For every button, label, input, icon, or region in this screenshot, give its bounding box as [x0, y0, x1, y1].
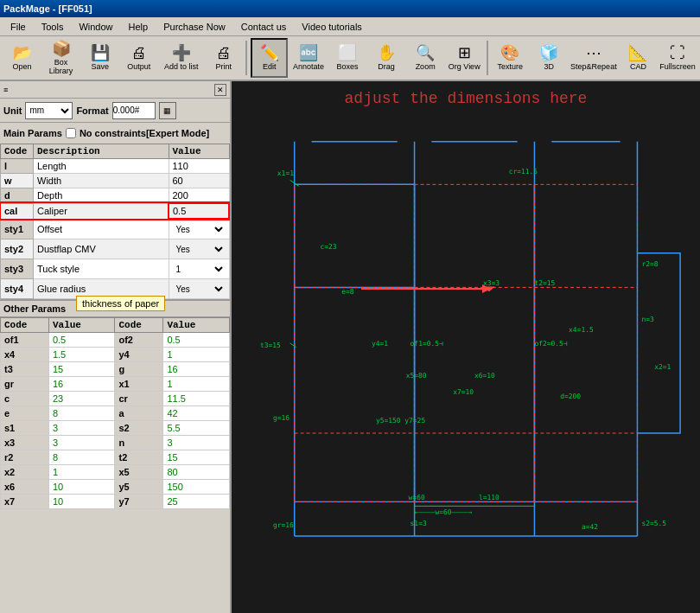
other-value[interactable]: 80: [163, 465, 230, 480]
other-value[interactable]: 16: [163, 362, 230, 377]
param-value[interactable]: [169, 174, 229, 188]
other-value[interactable]: 25: [163, 495, 230, 509]
no-constraints-checkbox[interactable]: [66, 128, 76, 138]
other-value[interactable]: 42: [163, 406, 230, 421]
menu-video[interactable]: Video tutorials: [295, 20, 369, 34]
other-param-row: x710y725: [1, 495, 230, 509]
3d-button[interactable]: 🧊 3D: [531, 38, 568, 78]
other-value[interactable]: 1: [163, 348, 230, 362]
other-value[interactable]: 23: [48, 392, 115, 406]
separator-2: [487, 41, 488, 75]
other-value[interactable]: 10: [48, 495, 115, 509]
svg-text:y4=1: y4=1: [372, 340, 388, 348]
other-value[interactable]: 3: [163, 436, 230, 450]
fullscreen-icon: ⛶: [670, 45, 685, 61]
menu-tools[interactable]: Tools: [35, 20, 71, 34]
print-button[interactable]: 🖨 Print: [205, 38, 242, 78]
other-params-header: Other Params: [0, 299, 230, 317]
separator-1: [245, 41, 247, 75]
param-value-input[interactable]: [173, 206, 225, 216]
svg-text:x4=1.5: x4=1.5: [569, 326, 594, 334]
param-value[interactable]: Yes: [169, 239, 229, 259]
other-value[interactable]: 1: [48, 465, 115, 480]
canvas-area[interactable]: adjust the dimensions here .blue-line { …: [232, 81, 700, 613]
col-header-value: Value: [169, 144, 229, 159]
other-value[interactable]: 3: [48, 436, 115, 450]
param-code: w: [1, 174, 34, 188]
other-value[interactable]: 10: [48, 480, 115, 495]
param-value-select[interactable]: Yes: [173, 241, 226, 257]
zoom-button[interactable]: 🔍 Zoom: [407, 38, 444, 78]
output-button[interactable]: 🖨 Output: [120, 38, 157, 78]
other-code: t2: [115, 450, 163, 465]
other-param-row: c23cr11.5: [1, 392, 230, 406]
param-desc: Length: [34, 159, 169, 174]
other-param-row: x21x580: [1, 465, 230, 480]
menu-contact[interactable]: Contact us: [234, 20, 294, 34]
step-repeat-button[interactable]: ⋯ Step&Repeat: [570, 38, 618, 78]
param-value-select[interactable]: Yes: [173, 281, 226, 297]
cad-button[interactable]: 📐 CAD: [620, 38, 657, 78]
other-value[interactable]: 1: [163, 377, 230, 392]
param-desc: Glue radius: [34, 279, 169, 299]
annotate-button[interactable]: 🔤 Annotate: [290, 38, 327, 78]
boxes-button[interactable]: ⬜ Boxes: [328, 38, 366, 78]
open-icon: 📂: [13, 45, 32, 61]
box-library-button[interactable]: 📦 Box Library: [42, 38, 80, 78]
other-value[interactable]: 5.5: [163, 421, 230, 436]
param-code: cal: [1, 203, 34, 219]
svg-text:n=3: n=3: [641, 316, 654, 323]
edit-button[interactable]: ✏️ Edit: [251, 38, 288, 78]
menu-help[interactable]: Help: [122, 20, 156, 34]
other-value[interactable]: 3: [48, 421, 115, 436]
other-value[interactable]: 0.5: [48, 333, 115, 348]
grid-button[interactable]: ▦: [159, 102, 176, 119]
param-value[interactable]: [169, 188, 229, 204]
open-button[interactable]: 📂 Open: [3, 38, 41, 78]
format-label: Format: [76, 105, 108, 116]
other-value[interactable]: 16: [48, 377, 115, 392]
tooltip-arrow-svg: [361, 271, 491, 306]
other-value[interactable]: 8: [48, 450, 115, 465]
svg-marker-39: [482, 284, 491, 293]
other-value[interactable]: 0.5: [163, 333, 230, 348]
param-code: sty4: [1, 279, 34, 299]
other-param-row: r28t215: [1, 450, 230, 465]
add-to-list-button[interactable]: ➕ Add to list: [159, 38, 203, 78]
unit-select[interactable]: mm inch pt: [25, 102, 73, 119]
param-code: d: [1, 188, 34, 204]
print-icon: 🖨: [216, 45, 232, 61]
param-value[interactable]: [169, 159, 229, 174]
svg-text:x5=80: x5=80: [406, 372, 427, 380]
other-value[interactable]: 8: [48, 406, 115, 421]
menu-window[interactable]: Window: [72, 20, 119, 34]
fullscreen-button[interactable]: ⛶ Fullscreen: [659, 38, 697, 78]
main-param-row: dDepth: [1, 188, 230, 204]
drag-button[interactable]: ✋ Drag: [368, 38, 405, 78]
param-value-select[interactable]: 1: [173, 261, 226, 277]
param-value-input[interactable]: [173, 161, 226, 171]
other-value[interactable]: 15: [163, 450, 230, 465]
param-value-input[interactable]: [173, 176, 226, 186]
param-value[interactable]: Yes: [169, 219, 229, 239]
param-value[interactable]: 1: [169, 259, 229, 279]
param-value-select[interactable]: Yes: [173, 221, 226, 237]
other-value[interactable]: 150: [163, 480, 230, 495]
org-view-button[interactable]: ⊞ Org View: [446, 38, 483, 78]
other-code: x6: [1, 480, 49, 495]
save-button[interactable]: 💾 Save: [81, 38, 118, 78]
other-value[interactable]: 15: [48, 362, 115, 377]
menu-purchase[interactable]: Purchase Now: [156, 20, 232, 34]
param-value[interactable]: Yes: [169, 279, 229, 299]
texture-button[interactable]: 🎨 Texture: [492, 38, 529, 78]
svg-text:l=110: l=110: [479, 494, 500, 501]
other-value[interactable]: 1.5: [48, 348, 115, 362]
param-value[interactable]: [169, 203, 229, 219]
format-input[interactable]: [112, 102, 156, 119]
param-value-input[interactable]: [173, 190, 226, 201]
other-value[interactable]: 11.5: [163, 392, 230, 406]
menu-file[interactable]: File: [3, 20, 33, 34]
panel-close-button[interactable]: ✕: [214, 84, 226, 96]
left-panel: ≡ ✕ Unit mm inch pt Format ▦ Main Params…: [0, 81, 232, 613]
menu-bar: File Tools Window Help Purchase Now Cont…: [0, 17, 700, 36]
